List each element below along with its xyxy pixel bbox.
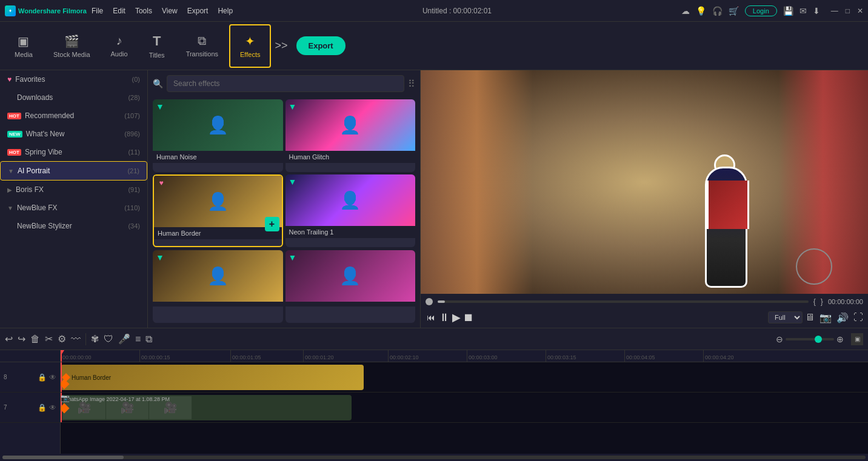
- add-effect-button[interactable]: +: [265, 217, 279, 231]
- track-7-icons: 🔒 👁: [38, 403, 56, 412]
- menu-tools[interactable]: Tools: [135, 7, 152, 15]
- subtitle-icon[interactable]: ≡: [135, 334, 141, 345]
- toolbar-media[interactable]: ▣ Media: [5, 24, 42, 68]
- menu-view[interactable]: View: [162, 7, 178, 15]
- timeline-ruler: 00:00:00:00 00:00:00:15 00:00:01:05 00:0…: [61, 350, 868, 362]
- timeline-scrollbar: [0, 454, 868, 461]
- audio-wave-button[interactable]: 〰: [71, 334, 81, 345]
- undo-button[interactable]: ↩: [5, 333, 13, 345]
- cloud-icon[interactable]: ☁: [681, 6, 690, 16]
- main-toolbar: ▣ Media 🎬 Stock Media ♪ Audio T Titles ⧉…: [0, 22, 868, 70]
- video-clip-label: WhatsApp Image 2022-04-17 at 1.08.28 PM: [63, 396, 170, 402]
- preview-controls: { } 00:00:00:00 ⏮ ⏸ ▶ ⏹ Full 1/2 1/4 Aut…: [421, 294, 868, 328]
- timeline-full-button[interactable]: ▣: [851, 333, 863, 345]
- toolbar-effects[interactable]: ✦ Effects: [229, 24, 271, 68]
- track-8-icons: 🔒 👁: [38, 373, 56, 382]
- toolbar-stock-label: Stock Media: [53, 51, 90, 58]
- panel-item-whats-new[interactable]: NEW What's New (896): [0, 125, 147, 143]
- more-tools-button[interactable]: >>: [272, 37, 290, 55]
- pip-icon[interactable]: ⧉: [145, 334, 152, 345]
- shield-icon[interactable]: 🛡: [104, 334, 113, 345]
- cut-button[interactable]: ✂: [45, 333, 53, 345]
- curtain-left: [421, 70, 533, 294]
- mail-icon[interactable]: ✉: [800, 6, 807, 16]
- spring-vibe-count: (11): [128, 148, 140, 156]
- menu-help[interactable]: Help: [218, 7, 233, 15]
- effect-clip-human-border[interactable]: Human Border: [61, 365, 364, 390]
- zoom-out-button[interactable]: ⊖: [776, 334, 783, 344]
- panel-item-spring-vibe[interactable]: HOT Spring Vibe (11): [0, 143, 147, 161]
- monitor-icon[interactable]: 🖥: [805, 312, 815, 323]
- grid-view-button[interactable]: ⠿: [408, 78, 415, 90]
- zoom-slider[interactable]: [786, 338, 834, 340]
- toolbar-transitions[interactable]: ⧉ Transitions: [176, 24, 228, 68]
- fullscreen-icon[interactable]: ⛶: [853, 312, 863, 323]
- save-icon[interactable]: 💾: [783, 6, 793, 16]
- zoom-thumb[interactable]: [815, 336, 822, 343]
- toolbar-audio[interactable]: ♪ Audio: [101, 24, 138, 68]
- scrollbar-thumb[interactable]: [2, 456, 124, 459]
- close-button[interactable]: ✕: [857, 7, 863, 15]
- settings-button[interactable]: ⚙: [58, 333, 66, 345]
- track-eye-icon[interactable]: 👁: [49, 373, 56, 382]
- volume-icon[interactable]: 🔊: [836, 312, 849, 323]
- effect-card-human-noise[interactable]: 👤 ▼ Human Noise: [153, 99, 283, 172]
- headphone-icon[interactable]: 🎧: [712, 6, 723, 16]
- panel-item-boris-fx[interactable]: ▶ Boris FX (91): [0, 181, 147, 199]
- pause-button[interactable]: ⏸: [439, 311, 450, 324]
- download-icon[interactable]: ⬇: [813, 6, 820, 16]
- menu-file[interactable]: File: [92, 7, 103, 15]
- minimize-button[interactable]: —: [831, 7, 838, 15]
- effect-card-neon-trailing[interactable]: 👤 ▼ Neon Trailing 1: [285, 174, 416, 247]
- effect-thumb-4: 👤: [285, 250, 416, 302]
- video-preview: [421, 70, 868, 294]
- titlebar-left: ♦ Wondershare Filmora File Edit Tools Vi…: [5, 5, 233, 16]
- idea-icon[interactable]: 💡: [696, 6, 706, 16]
- effects-icon: ✦: [245, 34, 255, 48]
- effect-card-4[interactable]: 👤 ▼: [285, 250, 416, 323]
- preview-panel: { } 00:00:00:00 ⏮ ⏸ ▶ ⏹ Full 1/2 1/4 Aut…: [421, 70, 868, 328]
- panel-item-favorites[interactable]: ♥ Favorites (0): [0, 70, 147, 88]
- progress-bar[interactable]: [438, 300, 809, 303]
- toolbar-titles[interactable]: T Titles: [139, 24, 175, 68]
- menu-edit[interactable]: Edit: [113, 7, 125, 15]
- scrollbar-track[interactable]: [2, 456, 866, 459]
- ripple-icon[interactable]: ✾: [91, 333, 99, 345]
- download-icon-2: ▼: [289, 102, 297, 111]
- playhead-dot[interactable]: [426, 298, 433, 305]
- cart-icon[interactable]: 🛒: [729, 6, 739, 16]
- mic-icon[interactable]: 🎤: [118, 333, 130, 345]
- track-lock-icon[interactable]: 🔒: [38, 373, 47, 382]
- quality-select[interactable]: Full 1/2 1/4 Auto: [768, 311, 803, 323]
- redo-button[interactable]: ↪: [18, 333, 25, 345]
- download-icon-4: ▼: [156, 253, 164, 262]
- panel-item-recommended[interactable]: HOT Recommended (107): [0, 107, 147, 125]
- panel-item-ai-portrait[interactable]: ▼ AI Portrait (21): [0, 161, 147, 181]
- track-7-label: 7: [4, 404, 7, 411]
- step-back-button[interactable]: ⏮: [426, 311, 436, 323]
- ruler-mark-0: 00:00:00:00: [61, 350, 139, 362]
- track-lock-icon-2[interactable]: 🔒: [38, 403, 47, 412]
- export-button[interactable]: Export: [296, 36, 346, 55]
- menu-export[interactable]: Export: [187, 7, 209, 15]
- panel-item-newblue-stylizer[interactable]: NewBlue Stylizer (34): [0, 217, 147, 235]
- play-button[interactable]: ▶: [452, 311, 461, 324]
- ruler-mark-5: 00:00:03:00: [467, 350, 546, 362]
- zoom-in-button[interactable]: ⊕: [836, 334, 844, 344]
- timeline-toolbar: ↩ ↪ 🗑 ✂ ⚙ 〰 ✾ 🛡 🎤 ≡ ⧉ ⊖ ⊕ ▣: [0, 328, 868, 350]
- search-input[interactable]: [167, 75, 404, 92]
- maximize-button[interactable]: □: [846, 7, 850, 15]
- track-eye-icon-2[interactable]: 👁: [49, 403, 56, 412]
- toolbar-stock-media[interactable]: 🎬 Stock Media: [44, 24, 100, 68]
- panel-item-downloads[interactable]: Downloads (28): [0, 88, 147, 107]
- login-button[interactable]: Login: [745, 5, 777, 16]
- video-clip[interactable]: 🎥 🎥 🎥 WhatsApp Image 2022-04-17 at 1.08.…: [61, 395, 352, 420]
- camera-icon[interactable]: 📷: [820, 312, 832, 323]
- effect-card-human-border[interactable]: 👤 ♥ + Human Border: [153, 174, 283, 247]
- delete-button[interactable]: 🗑: [30, 334, 40, 345]
- effect-thumb-human-glitch: 👤: [285, 99, 416, 151]
- panel-item-newblue-fx[interactable]: ▼ NewBlue FX (110): [0, 199, 147, 217]
- effect-card-human-glitch[interactable]: 👤 ▼ Human Glitch: [285, 99, 416, 172]
- effect-card-3[interactable]: 👤 ▼: [153, 250, 283, 323]
- stop-button[interactable]: ⏹: [463, 311, 474, 324]
